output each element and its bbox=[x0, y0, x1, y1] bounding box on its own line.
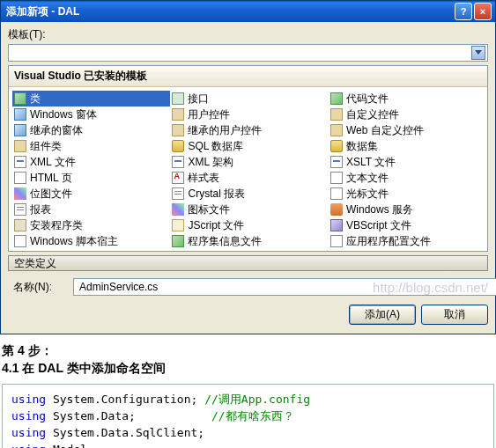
template-item[interactable]: JScript 文件 bbox=[170, 217, 328, 233]
name-input[interactable] bbox=[73, 278, 496, 296]
template-label: 安装程序类 bbox=[30, 218, 83, 233]
template-icon bbox=[14, 172, 26, 184]
templates-label: 模板(T): bbox=[8, 27, 46, 42]
template-item[interactable]: XML 架构 bbox=[170, 154, 328, 170]
dialog-body: 模板(T): Visual Studio 已安装的模板 类Windows 窗体继… bbox=[1, 22, 495, 334]
template-icon bbox=[172, 108, 184, 121]
help-icon: ? bbox=[461, 6, 467, 17]
template-icon bbox=[172, 219, 184, 231]
template-item[interactable]: 继承的窗体 bbox=[12, 122, 170, 138]
close-icon: × bbox=[480, 6, 485, 17]
template-item[interactable]: XML 文件 bbox=[12, 154, 170, 170]
template-icon bbox=[172, 187, 184, 200]
template-label: 类 bbox=[30, 92, 41, 106]
chevron-down-icon[interactable] bbox=[471, 46, 485, 60]
template-label: 图标文件 bbox=[188, 202, 230, 217]
template-item[interactable]: HTML 页 bbox=[12, 170, 170, 186]
template-label: Crystal 报表 bbox=[188, 187, 245, 202]
template-item[interactable]: XSLT 文件 bbox=[329, 154, 486, 170]
template-label: Windows 窗体 bbox=[30, 107, 97, 122]
template-item[interactable]: 图标文件 bbox=[170, 202, 328, 217]
template-icon bbox=[14, 92, 26, 105]
template-item[interactable]: 应用程序配置文件 bbox=[329, 233, 486, 249]
template-item[interactable]: 光标文件 bbox=[329, 186, 486, 202]
description-text: 空类定义 bbox=[14, 256, 56, 271]
window-title: 添加新项 - DAL bbox=[6, 4, 455, 19]
template-item[interactable]: VBScript 文件 bbox=[329, 217, 486, 233]
template-icon bbox=[172, 251, 184, 252]
titlebar-buttons: ? × bbox=[455, 3, 492, 20]
description-bar: 空类定义 bbox=[8, 255, 488, 271]
cancel-button[interactable]: 取消 bbox=[421, 305, 488, 325]
template-label: 文本文件 bbox=[346, 171, 389, 186]
template-item[interactable]: 用户控件 bbox=[170, 106, 328, 122]
template-item[interactable]: 设置文件 bbox=[170, 249, 328, 252]
template-item[interactable]: Windows 服务 bbox=[329, 202, 486, 217]
template-label: 接口 bbox=[188, 92, 209, 106]
section-heading: 4.1 在 DAL 类中添加命名空间 bbox=[2, 361, 494, 377]
template-item[interactable]: 代码文件 bbox=[329, 91, 486, 106]
template-item[interactable]: SQL 数据库 bbox=[170, 138, 328, 154]
template-item[interactable]: 继承的用户控件 bbox=[170, 122, 328, 138]
template-combo[interactable] bbox=[8, 44, 488, 62]
template-label: 继承的窗体 bbox=[30, 123, 83, 138]
template-item[interactable]: 类 bbox=[12, 91, 170, 106]
template-item[interactable]: 报表 bbox=[12, 202, 170, 217]
template-item[interactable]: 数据集 bbox=[329, 138, 486, 154]
template-item[interactable]: 接口 bbox=[170, 91, 328, 106]
template-icon bbox=[330, 235, 343, 247]
template-item[interactable]: Windows 脚本宿主 bbox=[12, 233, 170, 249]
template-item[interactable]: 自定义控件 bbox=[329, 106, 486, 122]
template-icon bbox=[330, 203, 343, 216]
template-label: 自定义控件 bbox=[346, 107, 399, 122]
template-label: Windows 脚本宿主 bbox=[30, 234, 118, 249]
titlebar: 添加新项 - DAL ? × bbox=[1, 1, 495, 22]
add-button[interactable]: 添加(A) bbox=[349, 305, 416, 325]
template-icon bbox=[14, 203, 26, 216]
template-label: 数据集 bbox=[346, 139, 378, 154]
template-label: 代码文件 bbox=[346, 92, 389, 106]
template-label: 设置文件 bbox=[188, 250, 230, 253]
code-block: using System.Configuration; //调用App.conf… bbox=[2, 384, 494, 448]
template-icon bbox=[172, 156, 184, 168]
template-item[interactable]: 样式表 bbox=[170, 170, 328, 186]
template-label: XML 架构 bbox=[188, 155, 233, 170]
template-icon bbox=[330, 108, 343, 121]
template-item[interactable]: 组件类 bbox=[12, 138, 170, 154]
template-item[interactable]: 位图文件 bbox=[12, 186, 170, 202]
template-item[interactable]: 安装程序类 bbox=[12, 217, 170, 233]
template-icon bbox=[14, 140, 26, 152]
template-item[interactable]: 文本文件 bbox=[329, 170, 486, 186]
template-item[interactable]: Crystal 报表 bbox=[170, 186, 328, 202]
templates-panel-header: Visual Studio 已安装的模板 bbox=[9, 66, 487, 87]
template-label: XSLT 文件 bbox=[346, 155, 396, 170]
template-label: 样式表 bbox=[188, 171, 219, 186]
template-label: 程序集信息文件 bbox=[188, 234, 262, 249]
template-icon bbox=[330, 187, 343, 200]
template-label: 资源文件 bbox=[30, 250, 72, 253]
template-icon bbox=[330, 156, 343, 168]
template-label: 报表 bbox=[30, 202, 51, 217]
template-label: VBScript 文件 bbox=[346, 218, 411, 233]
template-icon bbox=[330, 219, 343, 231]
template-item[interactable]: Windows 窗体 bbox=[12, 106, 170, 122]
template-item[interactable]: MDI 父级 bbox=[329, 249, 486, 252]
template-icon bbox=[14, 124, 26, 136]
template-label: Web 自定义控件 bbox=[346, 123, 424, 138]
template-item[interactable]: 资源文件 bbox=[12, 249, 170, 252]
name-label: 名称(N): bbox=[8, 280, 73, 295]
help-button[interactable]: ? bbox=[455, 3, 472, 20]
template-label: 位图文件 bbox=[30, 187, 72, 202]
close-button[interactable]: × bbox=[474, 3, 492, 20]
template-label: MDI 父级 bbox=[346, 250, 389, 253]
template-label: 用户控件 bbox=[188, 107, 230, 122]
template-label: JScript 文件 bbox=[188, 218, 244, 233]
template-icon bbox=[330, 251, 343, 252]
template-item[interactable]: 程序集信息文件 bbox=[170, 233, 328, 249]
template-icon bbox=[172, 203, 184, 216]
template-icon bbox=[14, 219, 26, 231]
template-icon bbox=[330, 172, 343, 184]
template-label: 应用程序配置文件 bbox=[346, 234, 431, 249]
template-item[interactable]: Web 自定义控件 bbox=[329, 122, 486, 138]
template-icon bbox=[330, 124, 343, 136]
